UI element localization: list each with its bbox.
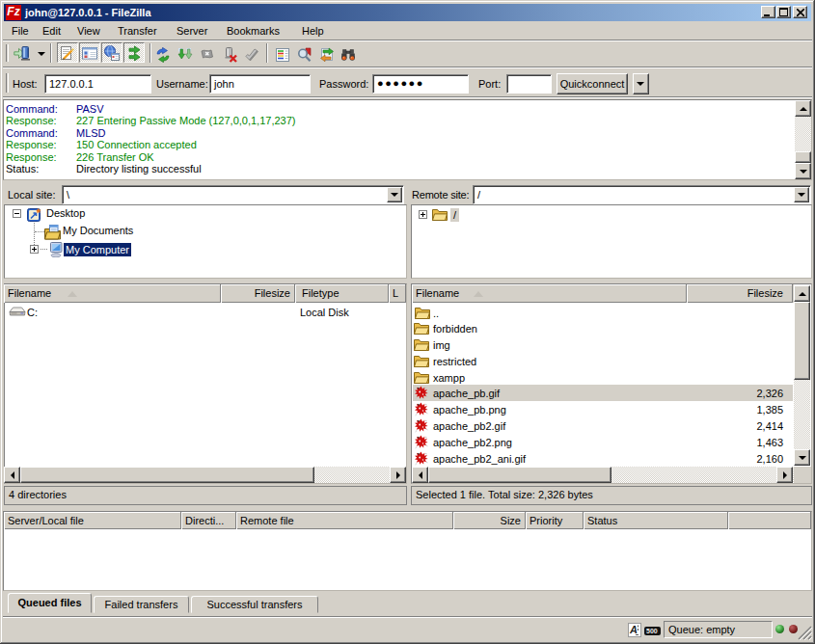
svg-text:A: A — [629, 624, 638, 635]
svg-text:500: 500 — [646, 628, 658, 634]
